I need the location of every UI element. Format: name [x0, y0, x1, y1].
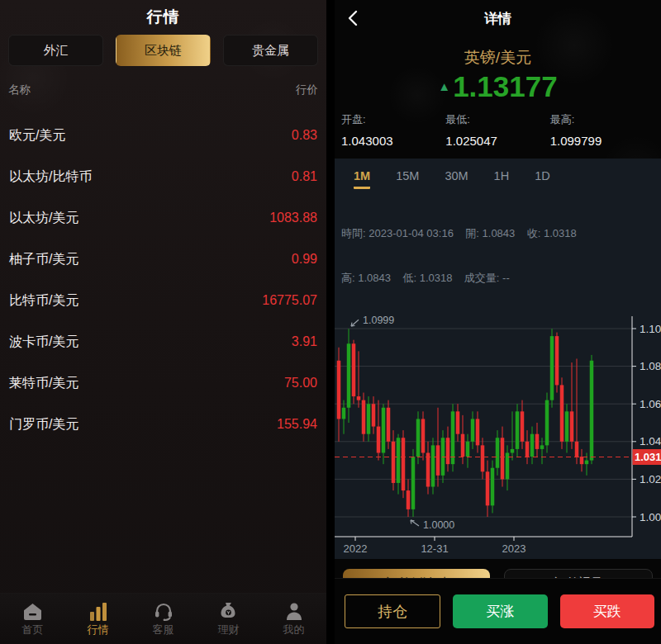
pair-price: 0.81: [292, 169, 317, 184]
nav-item-首页[interactable]: 首页: [0, 594, 65, 644]
moneybag-icon: [218, 601, 240, 621]
pair-name: 比特币/美元: [9, 292, 78, 310]
pair-row[interactable]: 柚子币/美元0.99: [0, 239, 326, 280]
market-tab-贵金属[interactable]: 贵金属: [223, 35, 318, 66]
pair-name: 门罗币/美元: [9, 416, 78, 433]
market-bars-icon: [88, 601, 109, 621]
bottom-nav: 首页行情客服理财我的: [0, 593, 326, 644]
stat-开盘: 开盘:1.043003: [341, 112, 445, 148]
svg-text:1.10: 1.10: [640, 323, 661, 335]
buy-down-button[interactable]: 买跌: [560, 594, 655, 628]
chart-info-line1: 時間: 2023-01-04 03:16 開: 1.0843 收: 1.0318: [341, 226, 661, 241]
profile-icon: [283, 601, 305, 621]
pair-row[interactable]: 以太坊/比特币0.81: [0, 156, 326, 197]
home-icon: [22, 601, 44, 621]
detail-header: 详情: [335, 0, 661, 35]
market-category-tabs: 外汇区块链贵金属: [0, 35, 326, 66]
nav-item-理财[interactable]: 理财: [196, 594, 261, 644]
ohlc-stats: 开盘:1.043003最低:1.025047最高:1.099799: [335, 112, 661, 148]
current-price: ▲1.13177: [335, 72, 661, 102]
timeframe-tab-1H[interactable]: 1H: [494, 169, 510, 189]
stat-label: 最低:: [445, 112, 549, 127]
trading-app: 行情 外汇区块链贵金属 名称 行价 欧元/美元0.83以太坊/比特币0.81以太…: [0, 0, 661, 644]
trade-action-bar: 持仓 买涨 买跌: [335, 578, 661, 644]
symbol-name: 英镑/美元: [335, 47, 661, 69]
nav-item-label: 客服: [153, 623, 174, 637]
nav-item-label: 理财: [218, 623, 240, 637]
detail-panel: 详情 英镑/美元 ▲1.13177 开盘:1.043003最低:1.025047…: [335, 0, 661, 644]
pair-name: 欧元/美元: [9, 127, 65, 144]
pair-price: 155.94: [277, 417, 317, 432]
pair-price: 3.91: [292, 334, 317, 349]
pair-name: 波卡币/美元: [9, 334, 78, 351]
nav-item-行情[interactable]: 行情: [65, 594, 131, 644]
svg-text:1.00: 1.00: [640, 511, 661, 523]
pair-name: 莱特币/美元: [9, 375, 78, 392]
chart-card: 1M15M30M1H1D 時間: 2023-01-04 03:16 開: 1.0…: [335, 159, 661, 559]
pair-price: 0.99: [292, 252, 317, 267]
svg-text:1.0999: 1.0999: [363, 316, 394, 326]
svg-text:1.06: 1.06: [640, 398, 661, 410]
svg-text:1.02: 1.02: [640, 473, 661, 485]
pair-row[interactable]: 以太坊/美元1083.88: [0, 197, 326, 239]
chart-info-line2: 高: 1.0843 低: 1.0318 成交量: --: [341, 271, 661, 286]
detail-page-title: 详情: [335, 0, 661, 36]
nav-item-label: 行情: [88, 623, 109, 637]
stat-value: 1.025047: [445, 134, 549, 148]
hold-position-button[interactable]: 持仓: [345, 594, 440, 628]
pair-price: 1083.88: [269, 211, 317, 225]
stat-label: 开盘:: [341, 112, 445, 127]
stat-最高: 最高:1.099799: [550, 112, 654, 148]
pair-row[interactable]: 莱特币/美元75.00: [0, 362, 326, 404]
pair-row[interactable]: 门罗币/美元155.94: [0, 404, 326, 445]
column-price: 行价: [296, 83, 318, 97]
nav-item-客服[interactable]: 客服: [131, 594, 196, 644]
pair-name: 以太坊/美元: [9, 210, 78, 227]
column-name: 名称: [8, 83, 31, 97]
market-page-title: 行情: [0, 0, 326, 33]
nav-item-label: 我的: [283, 623, 305, 637]
pair-price: 75.00: [284, 376, 317, 391]
buy-up-button[interactable]: 买涨: [453, 594, 548, 628]
svg-text:2023: 2023: [502, 542, 526, 555]
pair-name: 柚子币/美元: [9, 251, 78, 268]
chart-info: 時間: 2023-01-04 03:16 開: 1.0843 收: 1.0318…: [341, 197, 661, 315]
headset-icon: [153, 601, 174, 621]
timeframe-tabs: 1M15M30M1H1D: [335, 159, 661, 189]
pair-row[interactable]: 波卡币/美元3.91: [0, 321, 326, 362]
timeframe-tab-30M[interactable]: 30M: [445, 169, 468, 189]
svg-text:2022: 2022: [344, 542, 368, 555]
stat-最低: 最低:1.025047: [445, 112, 549, 148]
stat-value: 1.043003: [341, 134, 445, 148]
svg-text:1.08: 1.08: [640, 360, 661, 372]
pair-row[interactable]: 比特币/美元16775.07: [0, 280, 326, 321]
stat-value: 1.099799: [550, 134, 654, 148]
nav-item-我的[interactable]: 我的: [261, 594, 326, 644]
timeframe-tab-15M[interactable]: 15M: [396, 169, 419, 189]
price-value: 1.13177: [453, 70, 558, 102]
back-button[interactable]: [343, 7, 364, 29]
list-column-headers: 名称 行价: [0, 83, 326, 97]
timeframe-tab-1D[interactable]: 1D: [535, 169, 550, 189]
svg-text:12-31: 12-31: [421, 542, 448, 555]
pair-price: 0.83: [292, 128, 317, 143]
pair-row[interactable]: 欧元/美元0.83: [0, 115, 326, 156]
svg-text:1.0318: 1.0318: [635, 451, 661, 463]
svg-text:1.04: 1.04: [640, 435, 661, 447]
timeframe-tab-1M[interactable]: 1M: [354, 169, 370, 189]
candlestick-chart[interactable]: 1.101.081.061.041.021.001.03181.09991.00…: [335, 316, 661, 557]
market-tab-外汇[interactable]: 外汇: [8, 35, 103, 66]
stat-label: 最高:: [550, 112, 654, 127]
market-tab-区块链[interactable]: 区块链: [116, 35, 211, 66]
pair-price: 16775.07: [262, 293, 317, 308]
nav-item-label: 首页: [22, 623, 44, 637]
pair-name: 以太坊/比特币: [9, 168, 92, 186]
up-arrow-icon: ▲: [438, 79, 450, 93]
back-chevron-icon: [345, 8, 363, 28]
svg-text:1.0000: 1.0000: [423, 519, 454, 531]
pair-list: 欧元/美元0.83以太坊/比特币0.81以太坊/美元1083.88柚子币/美元0…: [0, 115, 326, 445]
market-panel: 行情 外汇区块链贵金属 名称 行价 欧元/美元0.83以太坊/比特币0.81以太…: [0, 0, 326, 644]
